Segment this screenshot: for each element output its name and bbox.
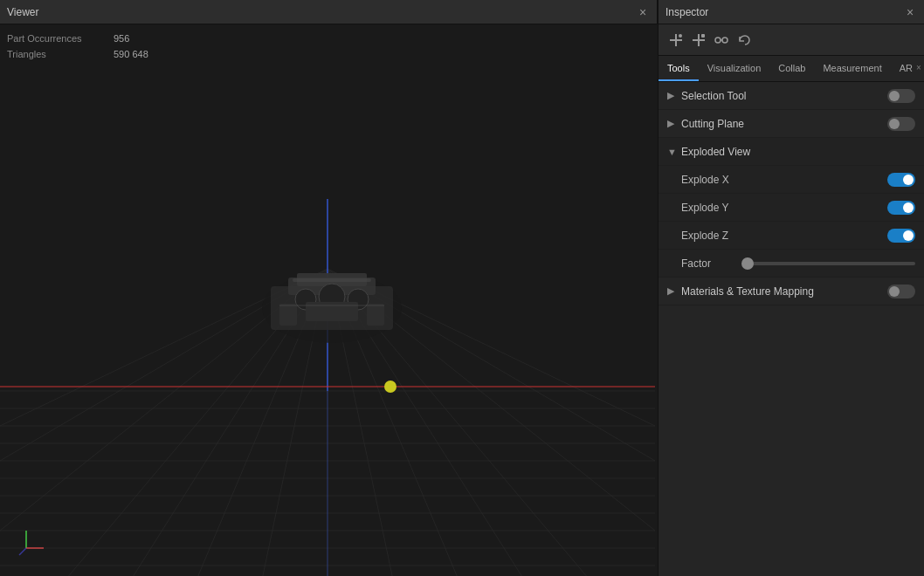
explode-z-row: Explode Z <box>659 222 924 250</box>
triangles-label: Triangles <box>7 47 103 63</box>
cutting-plane-chevron: ▶ <box>667 118 676 129</box>
explode-x-label: Explode X <box>681 174 887 186</box>
svg-point-53 <box>722 38 727 43</box>
tab-ar[interactable]: AR × <box>891 56 924 81</box>
factor-slider-thumb[interactable] <box>741 257 754 270</box>
materials-chevron: ▶ <box>667 285 676 297</box>
group-button[interactable] <box>713 31 730 49</box>
cutting-plane-label: Cutting Plane <box>681 118 887 130</box>
exploded-view-header[interactable]: ▼ Exploded View <box>659 138 924 166</box>
part-occurrences-label: Part Occurrences <box>7 31 103 47</box>
inspector-toolbar <box>659 24 924 56</box>
svg-point-30 <box>384 381 396 393</box>
inspector-tabs: Tools Visualization Collab Measurement A… <box>659 56 924 82</box>
selection-tool-item[interactable]: ▶ Selection Tool <box>659 82 924 110</box>
tab-measurement[interactable]: Measurement <box>814 56 890 81</box>
explode-z-toggle[interactable] <box>887 229 915 243</box>
exploded-view-chevron: ▼ <box>667 147 676 157</box>
undo-button[interactable] <box>735 31 753 49</box>
svg-rect-47 <box>675 34 677 46</box>
inspector-title-label: Inspector <box>665 6 896 18</box>
materials-label: Materials & Texture Mapping <box>681 285 887 298</box>
cutting-plane-toggle[interactable] <box>887 117 915 131</box>
add-point-button[interactable] <box>667 31 685 49</box>
svg-rect-44 <box>293 278 371 282</box>
materials-item[interactable]: ▶ Materials & Texture Mapping <box>659 278 924 305</box>
factor-slider[interactable] <box>742 262 915 265</box>
triangles-value: 590 648 <box>114 47 148 63</box>
factor-row: Factor <box>659 250 924 278</box>
tab-collab[interactable]: Collab <box>769 56 814 81</box>
tab-visualization[interactable]: Visualization <box>699 56 770 81</box>
explode-y-label: Explode Y <box>681 202 887 214</box>
factor-label: Factor <box>681 257 734 270</box>
add-surface-button[interactable] <box>690 31 707 49</box>
svg-rect-51 <box>701 34 705 38</box>
exploded-view-section: ▼ Exploded View Explode X Explode Y Expl… <box>659 138 924 278</box>
3d-model <box>245 251 419 365</box>
tab-tools[interactable]: Tools <box>659 56 699 81</box>
selection-tool-label: Selection Tool <box>681 90 887 102</box>
selection-tool-chevron: ▶ <box>667 90 676 101</box>
viewer-close-button[interactable]: × <box>636 5 650 19</box>
materials-toggle[interactable] <box>887 285 915 298</box>
explode-x-row: Explode X <box>659 166 924 194</box>
selection-tool-toggle[interactable] <box>887 89 915 103</box>
svg-rect-41 <box>279 304 297 326</box>
explode-x-toggle[interactable] <box>887 173 915 187</box>
inspector-panel: Tools Visualization Collab Measurement A… <box>658 24 924 576</box>
explode-y-toggle[interactable] <box>887 201 915 215</box>
cutting-plane-item[interactable]: ▶ Cutting Plane <box>659 110 924 138</box>
exploded-view-label: Exploded View <box>681 146 915 158</box>
tab-ar-close[interactable]: × <box>916 63 921 72</box>
svg-point-48 <box>679 34 682 38</box>
svg-point-52 <box>715 38 721 43</box>
svg-rect-43 <box>367 304 384 326</box>
inspector-close-button[interactable]: × <box>903 5 917 19</box>
svg-rect-50 <box>698 34 700 46</box>
explode-y-row: Explode Y <box>659 194 924 222</box>
viewer-panel: Part Occurrences 956 Triangles 590 648 <box>0 24 658 576</box>
viewer-title-label: Viewer <box>7 6 629 18</box>
viewer-title-bar: Viewer × <box>0 0 658 24</box>
inspector-body: ▶ Selection Tool ▶ Cutting Plane ▼ Explo… <box>659 82 924 576</box>
inspector-title-bar: Inspector × <box>658 0 924 24</box>
stats-overlay: Part Occurrences 956 Triangles 590 648 <box>7 31 148 62</box>
explode-z-label: Explode Z <box>681 230 887 242</box>
part-occurrences-value: 956 <box>114 31 129 47</box>
svg-rect-42 <box>306 302 358 321</box>
